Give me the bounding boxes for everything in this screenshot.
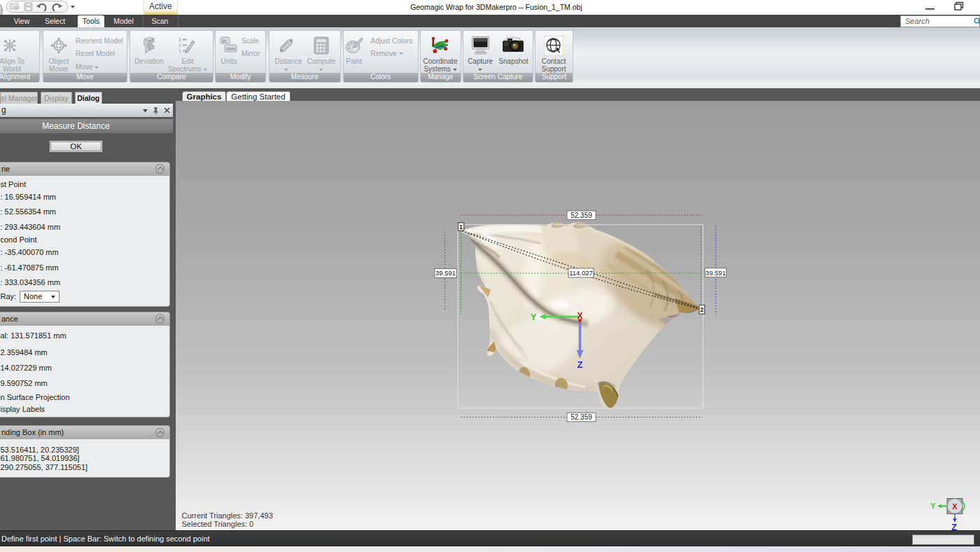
svg-text:52.359: 52.359 xyxy=(570,211,592,219)
svg-text:Y: Y xyxy=(930,502,936,510)
svg-text:39.591: 39.591 xyxy=(706,268,726,276)
svg-text:39.591: 39.591 xyxy=(435,269,456,277)
svg-text:52.359: 52.359 xyxy=(570,413,592,420)
svg-text:Z: Z xyxy=(951,522,957,530)
svg-text:3: 3 xyxy=(178,37,181,42)
svg-text:Z: Z xyxy=(578,359,583,369)
svg-text:114.027: 114.027 xyxy=(569,268,593,276)
svg-text:1: 1 xyxy=(459,223,463,230)
svg-text:2: 2 xyxy=(178,43,181,48)
svg-text:2: 2 xyxy=(700,306,704,313)
svg-text:X: X xyxy=(952,502,958,511)
svg-text:in: in xyxy=(222,38,227,44)
svg-text:1: 1 xyxy=(178,48,181,53)
svg-text:Current Triangles: 397,493: Current Triangles: 397,493 xyxy=(182,511,273,519)
svg-text:Selected Triangles: 0: Selected Triangles: 0 xyxy=(182,520,254,528)
svg-text:mm: mm xyxy=(226,46,236,52)
svg-text:Y: Y xyxy=(531,312,537,322)
svg-text:X: X xyxy=(577,310,582,320)
